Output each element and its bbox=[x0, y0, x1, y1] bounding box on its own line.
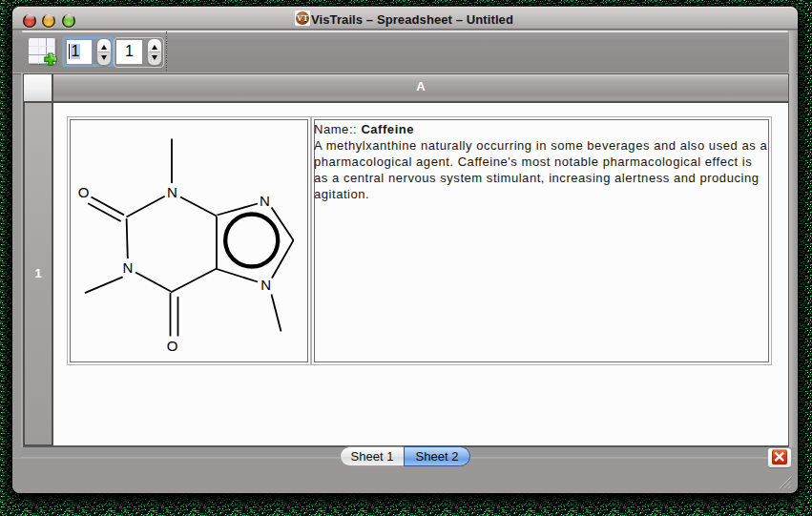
svg-text:N: N bbox=[260, 277, 271, 293]
svg-text:N: N bbox=[123, 259, 134, 276]
svg-text:N: N bbox=[167, 184, 177, 200]
svg-text:O: O bbox=[78, 184, 90, 200]
svg-text:N: N bbox=[260, 193, 270, 209]
svg-text:O: O bbox=[167, 338, 178, 354]
